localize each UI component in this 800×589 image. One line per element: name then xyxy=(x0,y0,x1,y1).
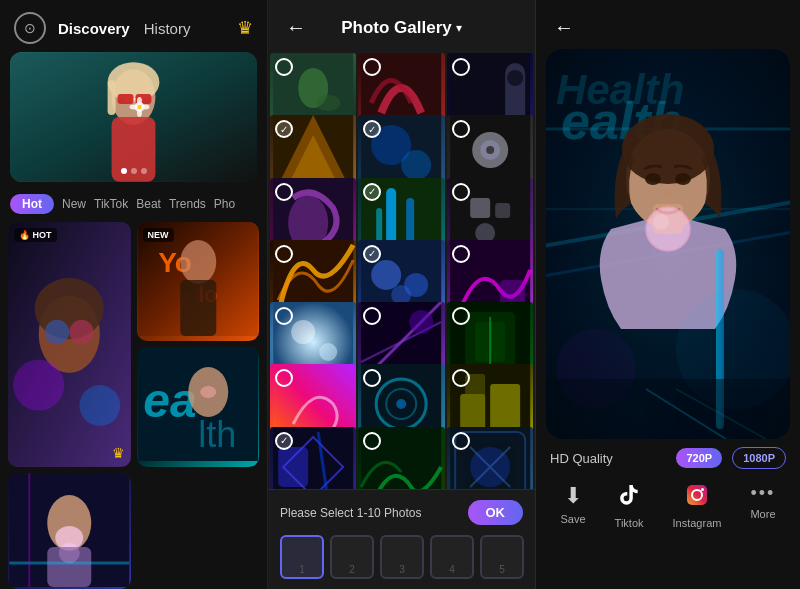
hero-dots xyxy=(121,168,147,174)
svg-rect-60 xyxy=(470,198,490,218)
tiktok-label: Tiktok xyxy=(615,517,644,529)
gallery-thumb-20[interactable] xyxy=(358,427,444,489)
gallery-slot-5[interactable]: 5 xyxy=(480,535,524,579)
slot-number-4: 4 xyxy=(432,537,472,577)
filter-pho[interactable]: Pho xyxy=(214,197,235,211)
save-label: Save xyxy=(561,513,586,525)
svg-point-48 xyxy=(401,150,431,180)
quality-720p-button[interactable]: 720P xyxy=(676,448,722,468)
svg-rect-5 xyxy=(118,94,134,104)
svg-text:ea: ea xyxy=(143,374,196,427)
check-mark-8: ✓ xyxy=(368,186,376,197)
thumb-check-3[interactable] xyxy=(452,58,470,76)
card-teal-artwork: ea lth xyxy=(137,347,260,461)
filter-row: Hot New TikTok Beat Trends Pho xyxy=(0,190,267,222)
gallery-back-button[interactable]: ← xyxy=(280,14,312,41)
svg-point-105 xyxy=(645,173,661,185)
instagram-action[interactable]: Instagram xyxy=(673,483,722,529)
svg-point-52 xyxy=(486,146,494,154)
new-badge: NEW xyxy=(143,228,174,242)
check-mark-4: ✓ xyxy=(280,124,288,135)
check-mark-11: ✓ xyxy=(368,248,376,259)
thumb-check-19[interactable]: ✓ xyxy=(275,432,293,450)
tiktok-action[interactable]: Tiktok xyxy=(615,483,644,529)
svg-rect-35 xyxy=(47,547,91,587)
disc-card-new[interactable]: Yo lo NEW xyxy=(137,222,260,341)
filter-hot[interactable]: Hot xyxy=(10,194,54,214)
thumb-check-21[interactable] xyxy=(452,432,470,450)
premium-crown-icon[interactable]: ♛ xyxy=(237,17,253,39)
thumb-check-1[interactable] xyxy=(275,58,293,76)
svg-point-24 xyxy=(180,240,216,284)
disc-card-purple[interactable] xyxy=(8,473,131,589)
gallery-title-wrap: Photo Gallery ▾ xyxy=(320,18,483,38)
svg-point-109 xyxy=(653,214,669,230)
slot-number-3: 3 xyxy=(382,537,422,577)
svg-point-104 xyxy=(622,114,714,184)
quality-label: HD Quality xyxy=(550,451,666,466)
thumb-check-8[interactable]: ✓ xyxy=(363,183,381,201)
svg-point-20 xyxy=(79,385,120,426)
svg-point-10 xyxy=(137,97,142,105)
disc-card-hot[interactable]: 🔥 HOT ♛ xyxy=(8,222,131,467)
disc-card-teal[interactable]: ea lth xyxy=(137,347,260,466)
svg-rect-114 xyxy=(546,379,790,439)
svg-rect-117 xyxy=(687,485,707,505)
ok-button[interactable]: OK xyxy=(468,500,524,525)
gallery-grid: ✓ ✓ ✓ ✓ xyxy=(268,51,535,489)
gallery-slot-1[interactable]: 1 xyxy=(280,535,324,579)
svg-rect-25 xyxy=(180,280,216,336)
hero-banner[interactable] xyxy=(10,52,257,182)
thumb-check-10[interactable] xyxy=(275,245,293,263)
thumb-check-13[interactable] xyxy=(275,307,293,325)
svg-point-18 xyxy=(69,320,93,344)
filter-tiktok[interactable]: TikTok xyxy=(94,197,128,211)
action-bar: ⬇ Save Tiktok xyxy=(536,475,800,543)
preview-panel: ← xyxy=(536,0,800,589)
svg-rect-61 xyxy=(495,203,510,218)
quality-1080p-button[interactable]: 1080P xyxy=(732,447,786,469)
thumb-check-6[interactable] xyxy=(452,120,470,138)
more-action[interactable]: ••• More xyxy=(750,483,775,529)
thumb-check-7[interactable] xyxy=(275,183,293,201)
gallery-panel: ← Photo Gallery ▾ ✓ ✓ xyxy=(268,0,536,589)
preview-back-button[interactable]: ← xyxy=(548,14,580,41)
gallery-slot-3[interactable]: 3 xyxy=(380,535,424,579)
filter-new[interactable]: New xyxy=(62,197,86,211)
svg-point-72 xyxy=(319,343,337,361)
app-logo[interactable]: ⊙ xyxy=(14,12,46,44)
gallery-dropdown-icon[interactable]: ▾ xyxy=(456,21,462,35)
gallery-title: Photo Gallery xyxy=(341,18,452,38)
filter-trends[interactable]: Trends xyxy=(169,197,206,211)
svg-point-74 xyxy=(409,310,433,334)
svg-text:Health: Health xyxy=(556,66,684,113)
gallery-slot-4[interactable]: 4 xyxy=(430,535,474,579)
quality-row: HD Quality 720P 1080P xyxy=(536,439,800,475)
svg-point-19 xyxy=(13,360,64,411)
tab-discovery[interactable]: Discovery xyxy=(58,20,130,37)
discovery-panel: ⊙ Discovery History ♛ xyxy=(0,0,268,589)
thumb-check-9[interactable] xyxy=(452,183,470,201)
more-icon: ••• xyxy=(751,483,776,504)
thumb-check-12[interactable] xyxy=(452,245,470,263)
check-mark-5: ✓ xyxy=(368,124,376,135)
selection-instruction: Please Select 1-10 Photos xyxy=(280,506,421,520)
thumb-check-18[interactable] xyxy=(452,369,470,387)
save-action[interactable]: ⬇ Save xyxy=(561,483,586,529)
tab-history[interactable]: History xyxy=(144,20,191,37)
thumb-check-20[interactable] xyxy=(363,432,381,450)
svg-point-40 xyxy=(316,95,340,111)
filter-beat[interactable]: Beat xyxy=(136,197,161,211)
thumb-check-15[interactable] xyxy=(452,307,470,325)
discovery-header: ⊙ Discovery History ♛ xyxy=(0,0,267,52)
preview-header: ← xyxy=(536,0,800,49)
gallery-thumb-21[interactable] xyxy=(447,427,533,489)
nav-tabs: Discovery History xyxy=(58,20,225,37)
instagram-label: Instagram xyxy=(673,517,722,529)
card-purple-artwork xyxy=(8,473,131,587)
crown-icon: ♛ xyxy=(112,445,125,461)
gallery-slots: 1 2 3 4 5 xyxy=(280,535,523,579)
dot-1 xyxy=(121,168,127,174)
gallery-slot-2[interactable]: 2 xyxy=(330,535,374,579)
gallery-thumb-19[interactable]: ✓ xyxy=(270,427,356,489)
